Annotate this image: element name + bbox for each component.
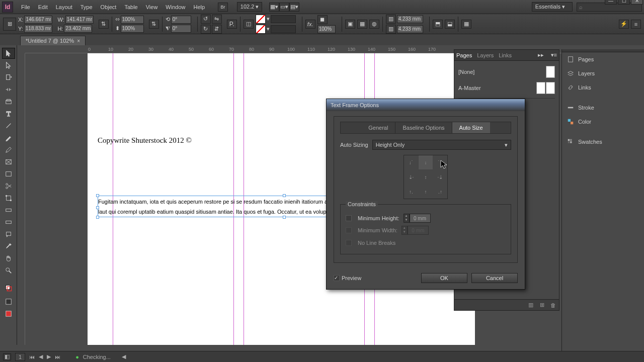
anchor-tl[interactable]: ↓˙ — [404, 155, 418, 169]
free-transform-tool[interactable] — [2, 193, 15, 204]
preflight-status[interactable]: Checking... — [83, 354, 111, 360]
wrap-none-icon[interactable]: ▣ — [345, 20, 355, 29]
menu-type[interactable]: Type — [76, 2, 97, 12]
panel-collapse-icon[interactable]: ▸▸ — [538, 52, 544, 58]
page-nav-last-icon[interactable]: ⏭ — [55, 354, 60, 360]
arrange-docs-icon[interactable]: ▤▾ — [289, 3, 299, 12]
menu-view[interactable]: View — [142, 2, 162, 12]
page-nav-prev-icon[interactable]: ◀ — [39, 353, 43, 360]
screen-mode-icon[interactable]: ▭▾ — [279, 3, 289, 12]
maximize-button[interactable]: ☐ — [618, 0, 630, 5]
x-field[interactable] — [24, 16, 52, 24]
zoom-tool[interactable] — [2, 265, 15, 276]
menu-file[interactable]: File — [17, 2, 34, 12]
pencil-tool[interactable] — [2, 144, 15, 155]
wrap-bbox-icon[interactable]: ▦ — [357, 20, 367, 29]
drop-shadow-icon[interactable]: ◼ — [317, 15, 328, 24]
view-mode-normal-icon[interactable] — [2, 308, 15, 319]
panel-tab-layers[interactable]: Layers — [477, 52, 494, 58]
w-field[interactable] — [65, 16, 94, 24]
stroke-tint[interactable] — [271, 25, 296, 33]
apply-color-icon[interactable] — [2, 296, 15, 307]
dialog-title[interactable]: Text Frame Options — [327, 99, 525, 111]
master-none[interactable]: [None] — [458, 69, 474, 75]
panel-menu-icon[interactable]: ≡ — [631, 20, 641, 29]
rotate-ccw-icon[interactable]: ↺ — [201, 15, 211, 24]
anchor-br[interactable]: .↑ — [433, 185, 447, 199]
hand-tool[interactable] — [2, 253, 15, 264]
minimize-button[interactable]: — — [605, 0, 617, 5]
page-navigator[interactable]: 1 — [15, 353, 25, 361]
dock-color[interactable]: Color — [562, 115, 644, 129]
panel-tab-pages[interactable]: Pages — [456, 52, 472, 58]
anchor-bc[interactable]: ↑ — [419, 185, 433, 199]
direct-selection-tool[interactable] — [2, 60, 15, 71]
frame-options-icon[interactable]: ▦ — [461, 20, 471, 29]
fx-icon[interactable]: fx. — [305, 20, 315, 29]
dock-swatches[interactable]: Swatches — [562, 135, 644, 149]
delete-page-icon[interactable]: 🗑 — [549, 301, 557, 309]
rotate-field[interactable] — [171, 16, 191, 24]
none-thumb[interactable] — [546, 66, 555, 78]
rectangle-tool[interactable] — [2, 168, 15, 179]
min-height-checkbox[interactable] — [346, 215, 352, 221]
dock-layers[interactable]: Layers — [562, 66, 644, 80]
stroke-swatch[interactable] — [256, 25, 266, 34]
h-field[interactable] — [64, 25, 92, 33]
menu-table[interactable]: Table — [120, 2, 141, 12]
anchor-mc[interactable]: ↕ — [419, 170, 433, 184]
status-structure-icon[interactable]: ◧ — [3, 353, 11, 360]
tab-auto-size[interactable]: Auto Size — [452, 122, 490, 133]
min-height-input[interactable] — [410, 214, 431, 223]
dock-links[interactable]: Links — [562, 80, 644, 95]
page-nav-first-icon[interactable]: ⏮ — [29, 354, 35, 360]
flip-h-icon[interactable]: ⇋ — [212, 15, 222, 24]
preview-check-icon[interactable] — [334, 275, 340, 281]
opacity-field[interactable] — [317, 25, 336, 33]
pen-tool[interactable] — [2, 132, 15, 143]
menu-window[interactable]: Window — [162, 2, 189, 12]
gutter-field-2[interactable] — [397, 25, 423, 33]
gap-tool[interactable] — [2, 84, 15, 95]
ok-button[interactable]: OK — [421, 273, 467, 283]
menu-edit[interactable]: Edit — [34, 2, 52, 12]
page-nav-next-icon[interactable]: ▶ — [47, 353, 51, 360]
select-container-icon[interactable]: ◫ — [244, 20, 254, 29]
panel-tab-links[interactable]: Links — [499, 52, 512, 58]
y-field[interactable] — [24, 25, 52, 33]
document-tab-close[interactable]: × — [77, 38, 80, 44]
auto-sizing-select[interactable]: Height Only▾ — [372, 140, 511, 150]
type-tool[interactable] — [2, 108, 15, 119]
cancel-button[interactable]: Cancel — [471, 273, 518, 283]
close-button[interactable]: ✕ — [631, 0, 643, 5]
quick-apply-icon[interactable]: ⚡ — [619, 20, 629, 29]
workspace-switcher[interactable]: Essentials ▾ — [532, 2, 573, 12]
gradient-feather-tool[interactable] — [2, 217, 15, 228]
dock-pages[interactable]: Pages — [562, 52, 644, 66]
align-top-icon[interactable]: ⬒ — [433, 20, 443, 29]
document-tab[interactable]: *Untitled 7 @ 102% × — [20, 36, 86, 45]
dock-stroke[interactable]: Stroke — [562, 101, 644, 115]
page-tool[interactable] — [2, 72, 15, 83]
edit-page-size-icon[interactable]: ▥ — [527, 301, 535, 309]
preview-checkbox[interactable]: Preview — [334, 275, 361, 281]
constrain-scale-icon[interactable]: ⇅ — [149, 20, 159, 29]
rectangle-frame-tool[interactable] — [2, 156, 15, 167]
anchor-mr[interactable]: ·⇣ — [433, 170, 447, 184]
bridge-button[interactable]: Br — [218, 3, 228, 12]
anchor-ml[interactable]: ⇣· — [404, 170, 418, 184]
menu-layout[interactable]: Layout — [52, 2, 76, 12]
line-tool[interactable] — [2, 120, 15, 131]
anchor-tc[interactable]: ↓ — [419, 155, 433, 169]
selection-tool[interactable] — [2, 48, 15, 59]
master-a[interactable]: A-Master — [458, 85, 481, 91]
fill-swatch[interactable] — [256, 15, 266, 24]
align-center-icon[interactable]: ⬓ — [445, 20, 455, 29]
fill-stroke-swatch[interactable] — [2, 281, 15, 295]
fill-tint[interactable] — [271, 15, 296, 23]
note-tool[interactable] — [2, 229, 15, 240]
anchor-tr[interactable]: ˙↓ — [433, 155, 447, 169]
rotate-cw-icon[interactable]: ↻ — [201, 25, 211, 34]
amaster-thumb[interactable] — [536, 82, 555, 94]
gutter-field[interactable] — [397, 15, 423, 23]
